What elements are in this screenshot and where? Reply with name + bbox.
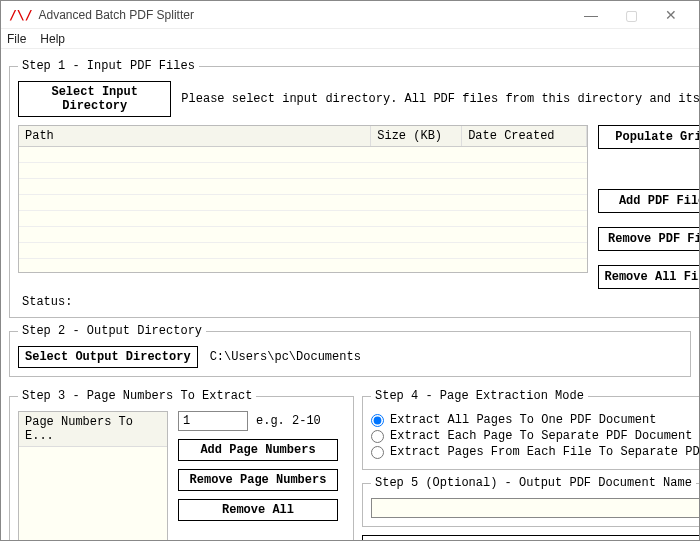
status-label: Status: (22, 295, 700, 309)
step1-legend: Step 1 - Input PDF Files (18, 59, 199, 73)
table-row (19, 243, 587, 259)
output-document-name-input[interactable] (371, 498, 700, 518)
step4-group: Step 4 - Page Extraction Mode Extract Al… (362, 389, 700, 470)
window-controls: — ▢ ✕ (571, 2, 691, 28)
step5-legend: Step 5 (Optional) - Output PDF Document … (371, 476, 696, 490)
col-size[interactable]: Size (KB) (371, 126, 462, 146)
minimize-button[interactable]: — (571, 2, 611, 28)
menu-help[interactable]: Help (40, 32, 65, 46)
extract-pdf-pages-button[interactable]: Extract PDF Pages (362, 535, 700, 541)
page-numbers-hint: e.g. 2-10 (256, 414, 321, 428)
radio-label: Extract Each Page To Separate PDF Docume… (390, 429, 692, 443)
radio-extract-all-to-one-input[interactable] (371, 414, 384, 427)
radio-label: Extract Pages From Each File To Separate… (390, 445, 700, 459)
table-row (19, 195, 587, 211)
step1-instruction: Please select input directory. All PDF f… (181, 92, 700, 106)
radio-extract-from-each-file-input[interactable] (371, 446, 384, 459)
step4-legend: Step 4 - Page Extraction Mode (371, 389, 588, 403)
add-page-numbers-button[interactable]: Add Page Numbers (178, 439, 338, 461)
step2-legend: Step 2 - Output Directory (18, 324, 206, 338)
radio-extract-each-separate[interactable]: Extract Each Page To Separate PDF Docume… (371, 429, 700, 443)
radio-extract-all-to-one[interactable]: Extract All Pages To One PDF Document (371, 413, 700, 427)
remove-all-page-numbers-button[interactable]: Remove All (178, 499, 338, 521)
table-row (19, 163, 587, 179)
populate-grid-button[interactable]: Populate Grid (598, 125, 700, 149)
select-output-directory-button[interactable]: Select Output Directory (18, 346, 198, 368)
remove-all-files-button[interactable]: Remove All Files (598, 265, 700, 289)
menubar: File Help (1, 29, 699, 49)
table-row (19, 227, 587, 243)
output-directory-path: C:\Users\pc\Documents (210, 350, 361, 364)
close-button[interactable]: ✕ (651, 2, 691, 28)
window-title: Advanced Batch PDF Splitter (38, 8, 571, 22)
grid-body (19, 147, 587, 259)
page-numbers-input[interactable] (178, 411, 248, 431)
page-numbers-list[interactable]: Page Numbers To E... (18, 411, 168, 541)
radio-extract-each-separate-input[interactable] (371, 430, 384, 443)
table-row (19, 147, 587, 163)
step1-group: Step 1 - Input PDF Files Select Input Di… (9, 59, 700, 318)
table-row (19, 179, 587, 195)
step2-group: Step 2 - Output Directory Select Output … (9, 324, 691, 377)
table-row (19, 211, 587, 227)
step3-legend: Step 3 - Page Numbers To Extract (18, 389, 256, 403)
step3-group: Step 3 - Page Numbers To Extract Page Nu… (9, 389, 354, 541)
files-grid[interactable]: Path Size (KB) Date Created (18, 125, 588, 273)
col-date[interactable]: Date Created (462, 126, 587, 146)
grid-header: Path Size (KB) Date Created (19, 126, 587, 147)
remove-page-numbers-button[interactable]: Remove Page Numbers (178, 469, 338, 491)
select-input-directory-button[interactable]: Select Input Directory (18, 81, 171, 117)
menu-file[interactable]: File (7, 32, 26, 46)
radio-extract-from-each-file[interactable]: Extract Pages From Each File To Separate… (371, 445, 700, 459)
step5-group: Step 5 (Optional) - Output PDF Document … (362, 476, 700, 527)
titlebar: /\/ Advanced Batch PDF Splitter — ▢ ✕ (1, 1, 699, 29)
app-icon: /\/ (9, 7, 32, 22)
col-path[interactable]: Path (19, 126, 371, 146)
maximize-button[interactable]: ▢ (611, 2, 651, 28)
remove-pdf-file-button[interactable]: Remove PDF File (598, 227, 700, 251)
page-numbers-list-header: Page Numbers To E... (19, 412, 167, 447)
add-pdf-file-button[interactable]: Add PDF File (598, 189, 700, 213)
radio-label: Extract All Pages To One PDF Document (390, 413, 656, 427)
